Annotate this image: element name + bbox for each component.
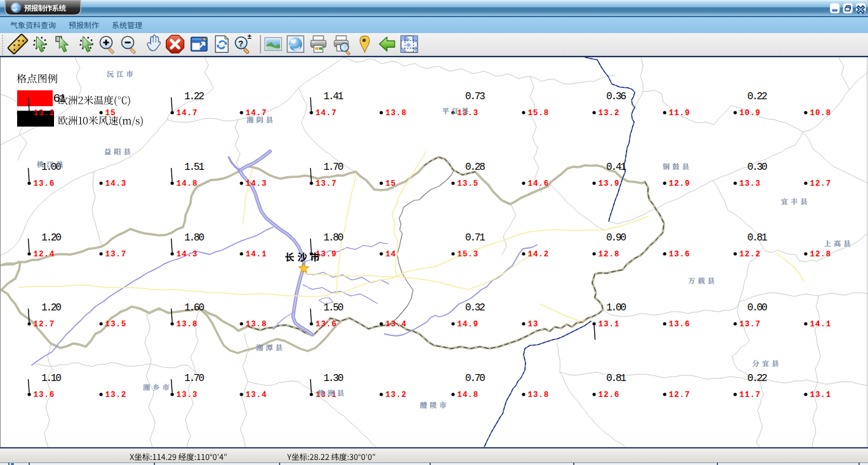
svg-text:13.3: 13.3 <box>740 179 761 188</box>
svg-text:0.41: 0.41 <box>606 162 626 173</box>
svg-text:1.00: 1.00 <box>606 302 626 314</box>
svg-text:0.81: 0.81 <box>606 373 626 384</box>
svg-text:10.8: 10.8 <box>810 109 832 118</box>
svg-text:13.4: 13.4 <box>246 391 268 399</box>
svg-text:13.6: 13.6 <box>669 250 691 259</box>
svg-text:12.6: 12.6 <box>599 391 620 399</box>
svg-text:14.8: 14.8 <box>458 391 479 399</box>
svg-text:12.8: 12.8 <box>810 250 832 259</box>
svg-text:0.70: 0.70 <box>465 373 485 384</box>
svg-text:10.9: 10.9 <box>740 109 761 118</box>
svg-text:12.7: 12.7 <box>34 320 55 329</box>
svg-text:61: 61 <box>53 92 66 106</box>
svg-text:0.32: 0.32 <box>465 302 485 314</box>
svg-text:14.3: 14.3 <box>105 179 127 188</box>
svg-text:?: ? <box>238 39 243 48</box>
svg-text:15: 15 <box>386 179 397 188</box>
svg-text:0.71: 0.71 <box>465 232 485 244</box>
svg-text:14.3: 14.3 <box>246 179 268 188</box>
svg-text:1.51: 1.51 <box>184 162 204 173</box>
svg-text:14.6: 14.6 <box>528 179 550 188</box>
svg-text:14.1: 14.1 <box>246 250 268 259</box>
svg-text:1.22: 1.22 <box>184 91 204 102</box>
svg-text:15: 15 <box>105 109 116 118</box>
svg-text:15.3: 15.3 <box>458 250 479 259</box>
svg-text:13.2: 13.2 <box>599 109 620 118</box>
svg-text:11.7: 11.7 <box>740 391 761 399</box>
svg-text:1.10: 1.10 <box>41 373 61 384</box>
svg-text:14.2: 14.2 <box>528 250 550 259</box>
svg-text:13.5: 13.5 <box>105 320 127 329</box>
svg-text:11.9: 11.9 <box>669 109 691 118</box>
svg-text:12.2: 12.2 <box>740 250 761 259</box>
svg-text:13.2: 13.2 <box>34 109 55 118</box>
svg-text:0.30: 0.30 <box>747 162 767 173</box>
svg-text:13.1: 13.1 <box>810 391 832 399</box>
svg-text:13.3: 13.3 <box>177 391 198 399</box>
svg-text:13: 13 <box>528 320 539 329</box>
svg-text:1.70: 1.70 <box>323 162 343 173</box>
svg-text:14.1: 14.1 <box>810 320 832 329</box>
svg-text:13.6: 13.6 <box>34 391 55 399</box>
svg-text:13.9: 13.9 <box>599 179 620 188</box>
svg-text:0.81: 0.81 <box>747 232 767 244</box>
svg-text:15.8: 15.8 <box>528 109 550 118</box>
svg-text:1.60: 1.60 <box>184 302 204 314</box>
svg-text:13.8: 13.8 <box>246 320 268 329</box>
svg-text:14.8: 14.8 <box>177 179 198 188</box>
svg-text:12.4: 12.4 <box>34 250 55 259</box>
svg-text:13.6: 13.6 <box>34 179 55 188</box>
svg-text:13.1: 13.1 <box>599 320 620 329</box>
svg-text:13.6: 13.6 <box>316 320 337 329</box>
svg-text:13.7: 13.7 <box>316 179 337 188</box>
svg-text:13.2: 13.2 <box>105 391 127 399</box>
svg-text:±: ± <box>248 33 252 40</box>
svg-text:1.20: 1.20 <box>41 232 61 244</box>
svg-text:0.28: 0.28 <box>465 162 485 173</box>
svg-text:0.36: 0.36 <box>606 91 626 102</box>
svg-text:14.7: 14.7 <box>177 109 198 118</box>
svg-text:14.9: 14.9 <box>458 320 479 329</box>
svg-text:14.7: 14.7 <box>316 109 337 118</box>
svg-text:12.7: 12.7 <box>810 179 832 188</box>
svg-text:13.7: 13.7 <box>105 250 127 259</box>
svg-text:13.2: 13.2 <box>386 391 407 399</box>
svg-text:12.7: 12.7 <box>669 391 691 399</box>
svg-text:1.80: 1.80 <box>184 232 204 244</box>
svg-text:13.5: 13.5 <box>458 179 479 188</box>
svg-text:0.00: 0.00 <box>747 302 767 314</box>
svg-text:14: 14 <box>386 250 397 259</box>
svg-text:1.50: 1.50 <box>323 302 343 314</box>
svg-text:13.6: 13.6 <box>669 320 691 329</box>
svg-text:0.22: 0.22 <box>747 91 767 102</box>
svg-text:0.90: 0.90 <box>606 232 626 244</box>
svg-text:12.9: 12.9 <box>669 179 691 188</box>
svg-text:0.73: 0.73 <box>465 91 485 102</box>
svg-text:13.8: 13.8 <box>386 109 407 118</box>
svg-text:1.41: 1.41 <box>323 91 343 102</box>
svg-text:13.8: 13.8 <box>528 391 550 399</box>
svg-text:14.3: 14.3 <box>177 250 198 259</box>
svg-text:1.70: 1.70 <box>184 373 204 384</box>
svg-text:1.30: 1.30 <box>323 373 343 384</box>
svg-text:13.4: 13.4 <box>386 320 407 329</box>
svg-text:13.7: 13.7 <box>740 320 761 329</box>
svg-text:0.22: 0.22 <box>747 373 767 384</box>
svg-text:13.8: 13.8 <box>177 320 198 329</box>
svg-text:1.80: 1.80 <box>323 232 343 244</box>
svg-text:12.8: 12.8 <box>599 250 620 259</box>
svg-text:14.7: 14.7 <box>246 109 268 118</box>
svg-text:1.20: 1.20 <box>41 302 61 314</box>
